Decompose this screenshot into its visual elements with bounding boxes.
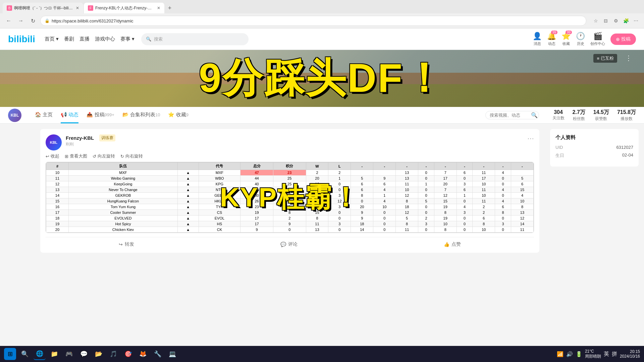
- keyboard-lang-icon[interactable]: 英: [604, 351, 609, 358]
- pinyin-icon[interactable]: 拼: [612, 351, 617, 358]
- tab-1-favicon: B: [7, 5, 12, 11]
- subnav-collection[interactable]: 📂 合集和列表 10: [122, 107, 160, 123]
- more-options-icon[interactable]: ⋮: [625, 54, 632, 62]
- new-tab-button[interactable]: +: [165, 3, 174, 13]
- col-extra8: -: [495, 163, 511, 170]
- nav-live[interactable]: 直播: [79, 36, 90, 42]
- reload-button[interactable]: ↻: [28, 16, 38, 25]
- favorites-count: 9: [186, 112, 189, 117]
- start-button[interactable]: ⊞: [4, 348, 16, 360]
- battery-icon[interactable]: 🔋: [576, 351, 582, 357]
- stat-likes: 14.5万 获赞数: [593, 109, 609, 122]
- repost-label: 转发: [125, 241, 134, 247]
- settings-icon[interactable]: ⚙: [612, 17, 620, 25]
- like-button[interactable]: 👍 点赞: [444, 241, 461, 247]
- table-row: 13Never To Change▲NTC4024120641007611415: [46, 187, 534, 193]
- taskbar-steam[interactable]: 🎮: [63, 348, 75, 360]
- views-count: 715.8万: [617, 109, 636, 116]
- creator-icon: 🎬: [593, 32, 602, 41]
- tool-fullview[interactable]: ⊞ 查看大图: [65, 153, 87, 159]
- extensions-icon[interactable]: 🧩: [622, 17, 630, 25]
- sidebar: 个人资料 UID 6312027 生日 02-04: [550, 129, 644, 357]
- col-extra1: -: [351, 163, 373, 170]
- search-icon: 🔍: [146, 37, 151, 42]
- history-icon-btn[interactable]: 🕐 历史: [576, 32, 585, 46]
- main-layout: KBL Frenzy-KBL 训练赛 刚刚 ⋯ ↩ 收起: [0, 124, 644, 362]
- table-row: 10MXF▲MXF47232213076114: [46, 170, 534, 176]
- creator-icon-btn[interactable]: 🎬 创作中心: [590, 32, 605, 46]
- nav-esports[interactable]: 赛事 ▾: [120, 36, 135, 42]
- subnav-home[interactable]: 🏠 主页: [35, 107, 53, 123]
- uid-label: UID: [555, 145, 563, 150]
- more-icon[interactable]: ⋯: [632, 17, 640, 25]
- tool-rotate-left[interactable]: ↺ 向左旋转: [93, 153, 115, 159]
- subnav-search-icon[interactable]: 🔍: [531, 112, 538, 118]
- col-flag: [177, 163, 199, 170]
- taskbar-file-explorer[interactable]: 📁: [48, 348, 60, 360]
- stat-follow: 304 关注数: [552, 109, 565, 121]
- col-team: 队伍: [68, 163, 177, 170]
- taskbar-app3[interactable]: 🔧: [152, 348, 164, 360]
- notification-icon-btn[interactable]: 🔔 99 动态: [547, 32, 556, 46]
- split-view-icon[interactable]: ⊟: [602, 17, 610, 25]
- bookmark-icon[interactable]: ☆: [592, 17, 600, 25]
- upload-button[interactable]: ⊕ 投稿: [610, 34, 636, 45]
- header-search[interactable]: 🔍 搜索: [141, 33, 249, 45]
- tab-2-title: Frenzy-KBL个人动态-Frenzy-KBL...: [95, 5, 154, 11]
- ranking-table-container: # 队伍 代号 总分 积分 W L - -: [46, 162, 534, 233]
- favorites-icon-btn[interactable]: ⭐ 99 收藏: [561, 32, 571, 46]
- browser-chrome: B 啊哩啊哩（ˊ - ˋ）つロ 干杯--bilibili ✕ F Frenzy-…: [0, 0, 644, 28]
- volume-icon[interactable]: 🔊: [566, 351, 573, 357]
- back-button[interactable]: ←: [4, 16, 13, 25]
- table-row: 15HungKuang Falcon▲HKUF26131512048515011…: [46, 198, 534, 204]
- table-row: 18EVOLVED▲EVOL1728090521906012: [46, 216, 534, 221]
- tool-collapse[interactable]: ↩ 收起: [46, 153, 59, 159]
- taskbar-app1[interactable]: 🎯: [122, 348, 134, 360]
- taskbar: ⊞ 🔍 🌐 📁 🎮 💬 📂 🎵 🎯 🦊 🔧 💻 📶 🔊 🔋 21°C 周部晴朗: [0, 346, 644, 362]
- subnav-favorites[interactable]: ⭐ 收藏 9: [168, 107, 188, 123]
- table-row: 17Cooler Summer▲CS19815090120832813: [46, 210, 534, 216]
- post-image-container: KYP桂霸！ # 队伍 代号 总分: [46, 162, 534, 233]
- search-taskbar-button[interactable]: 🔍: [19, 348, 31, 360]
- tab-1[interactable]: B 啊哩啊哩（ˊ - ˋ）つロ 干杯--bilibili ✕: [3, 3, 83, 13]
- discord-icon: 💬: [80, 350, 88, 358]
- comment-button[interactable]: 💬 评论: [280, 241, 298, 247]
- forward-button[interactable]: →: [16, 16, 25, 25]
- col-extra7: -: [473, 163, 495, 170]
- nav-home[interactable]: 首页 ▾: [45, 36, 59, 42]
- tab-1-close[interactable]: ✕: [76, 6, 79, 10]
- chrome-icon: 🌐: [36, 350, 43, 357]
- url-bar[interactable]: 🔒 https://space.bilibili.com/6312027/dyn…: [40, 16, 586, 26]
- table-header-row: # 队伍 代号 总分 积分 W L - -: [46, 163, 534, 170]
- tool-rotate-right[interactable]: ↻ 向右旋转: [120, 153, 143, 159]
- tab-1-title: 啊哩啊哩（ˊ - ˋ）つロ 干杯--bilibili: [14, 5, 73, 11]
- poster-name[interactable]: Frenzy-KBL: [66, 135, 94, 141]
- nav-anime[interactable]: 番剧: [64, 36, 74, 42]
- wifi-icon[interactable]: 📶: [557, 351, 564, 357]
- taskbar-app4[interactable]: 💻: [166, 348, 178, 360]
- user-icon[interactable]: 👤 消息: [533, 32, 542, 46]
- post-more-button[interactable]: ⋯: [527, 134, 534, 142]
- poster-avatar[interactable]: KBL: [46, 134, 62, 150]
- already-interacted-badge[interactable]: ≡ 已互粉: [593, 54, 617, 63]
- clock[interactable]: 20:15 2024/10/16: [620, 349, 640, 359]
- favorites-badge: 99: [566, 31, 572, 34]
- follow-label: 关注数: [552, 115, 565, 121]
- fullview-label: 查看大图: [70, 153, 87, 159]
- taskbar-music[interactable]: 🎵: [107, 348, 119, 360]
- taskbar-discord[interactable]: 💬: [78, 348, 90, 360]
- taskbar-browser-chrome[interactable]: 🌐: [34, 348, 46, 360]
- taskbar-app2[interactable]: 🦊: [137, 348, 149, 360]
- music-icon: 🎵: [110, 350, 117, 358]
- date: 2024/10/16: [620, 354, 640, 359]
- tab-2-close[interactable]: ✕: [157, 6, 160, 10]
- subnav-search[interactable]: 🔍: [485, 111, 538, 119]
- nav-game[interactable]: 游戏中心: [95, 36, 115, 42]
- taskbar-folder[interactable]: 📂: [93, 348, 105, 360]
- bilibili-logo[interactable]: bilibili: [8, 34, 35, 45]
- table-row: 20Chicken Kiev▲CK901301401108010011: [46, 227, 534, 233]
- subnav-submit[interactable]: 📤 投稿 999+: [87, 107, 114, 123]
- subnav-dynamic[interactable]: 📢 动态: [61, 107, 78, 123]
- repost-button[interactable]: ↪ 转发: [119, 241, 134, 247]
- tab-2[interactable]: F Frenzy-KBL个人动态-Frenzy-KBL... ✕: [84, 3, 164, 13]
